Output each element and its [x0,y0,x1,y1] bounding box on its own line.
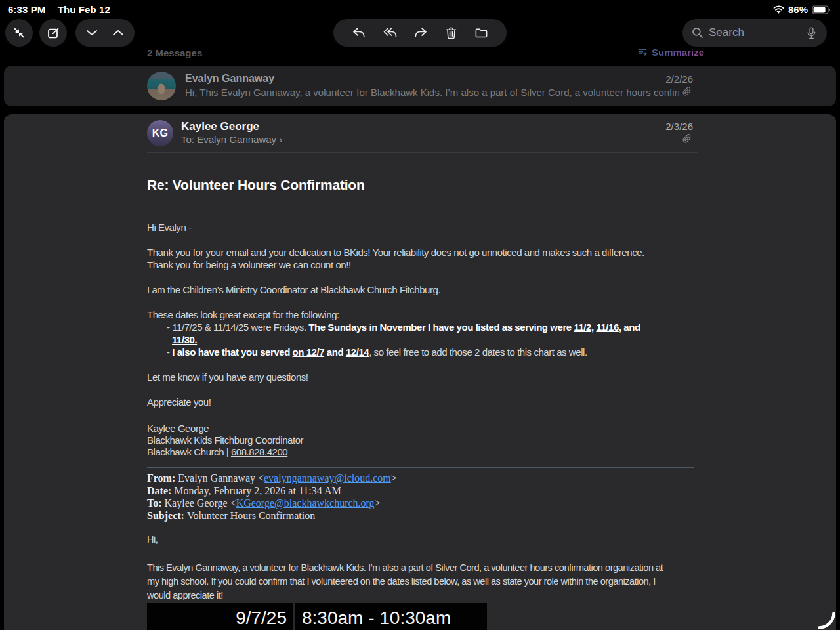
body-line: Thank you for your email and your dedica… [147,246,698,259]
quoted-subject-line: Subject: Volunteer Hours Confirmation [147,509,698,522]
quoted-body-line: would appreciate it! [147,589,698,602]
clock-date: Thu Feb 12 [58,4,110,15]
message-date: 2/3/26 [665,121,693,132]
body-line: Let me know if you have any questions! [147,371,698,383]
search-icon [692,27,704,39]
compose-icon [47,26,60,40]
clock-time: 6:33 PM [8,4,45,15]
message-preview: Hi, This Evalyn Gannaway, a volunteer fo… [185,87,679,98]
sender-name: Evalyn Gannaway [185,73,274,85]
dictation-mic-icon[interactable] [805,26,818,40]
subject-line: Re: Volunteer Hours Confirmation [147,177,698,193]
quoted-body-line: This Evalyn Gannaway, a volunteer for Bl… [147,561,698,575]
collapse-icon [12,26,26,39]
corner-arc-stroke [814,609,837,630]
signature-block: Kaylee George Blackhawk Kids Fitchburg C… [147,423,698,458]
forward-button[interactable] [413,25,429,41]
signature-name: Kaylee George [147,423,698,434]
collapsed-message-row[interactable]: Evalyn Gannaway 2/2/26 Hi, This Evalyn G… [4,66,836,106]
body-line: Hi Evalyn - [147,221,698,234]
wifi-icon [773,5,784,14]
summarize-label: Summarize [652,47,704,58]
body-line: 11/30. [147,333,698,346]
body-line: Thank you for being a volunteer we can c… [147,259,698,271]
chevron-right-icon: › [279,134,282,145]
table-cell-time: 8:30am - 10:30am [295,603,487,630]
status-bar: 6:33 PM Thu Feb 12 86% [0,0,840,18]
sender-name: Kaylee George [181,120,259,133]
quoted-body-line: Hi, [147,533,698,547]
recipient-link[interactable]: Evalyn Gannaway [197,134,276,145]
avatar-initials: KG [147,120,173,146]
avatar-photo [147,72,176,100]
quoted-body-line: my high school. If you could confirm tha… [147,575,698,589]
email-link[interactable]: KGeorge@blackhawkchurch.org [236,497,375,509]
mail-toolbar: Search [0,18,840,50]
messages-count: 2 Messages [147,47,202,58]
table-row: 9/7/25 8:30am - 10:30am [147,603,487,630]
paperclip-icon [682,87,692,96]
search-placeholder: Search [709,26,800,39]
recipient-line[interactable]: To: Evalyn Gannaway › [181,134,282,145]
quoted-from-line: From: Evalyn Gannaway <evalyngannaway@ic… [147,472,698,484]
quoted-to-line: To: Kaylee George <KGeorge@blackhawkchur… [147,497,698,509]
search-bar[interactable]: Search [682,19,827,47]
reply-button[interactable] [351,25,367,41]
body-line: I am the Children’s Ministry Coordinator… [147,284,698,296]
to-label: To: [181,134,194,145]
message-header: KG Kaylee George To: Evalyn Gannaway › 2… [4,114,836,153]
quoted-header: From: Evalyn Gannaway <evalyngannaway@ic… [147,472,698,522]
phone-link[interactable]: 608.828.4200 [231,446,287,457]
quoted-date-line: Date: Monday, February 2, 2026 at 11:34 … [147,484,698,497]
body-line: - 11/7/25 & 11/14/25 were Fridays. The S… [147,321,698,333]
summarize-icon [637,47,648,58]
email-link[interactable]: evalyngannaway@icloud.com [264,472,391,484]
body-line: Appreciate you! [147,396,698,408]
body-line: These dates look great except for the fo… [147,308,698,321]
header-divider [147,152,698,153]
message-actions-group [333,19,507,47]
next-message-button[interactable] [86,30,98,36]
compose-button[interactable] [39,19,67,47]
reply-all-button[interactable] [382,25,398,41]
table-cell-date: 9/7/25 [147,603,295,630]
message-nav-group [75,19,135,47]
battery-percent: 86% [788,4,808,15]
trash-button[interactable] [444,26,459,41]
signature-org-line: Blackhawk Church | 608.828.4200 [147,446,698,458]
previous-message-button[interactable] [112,30,124,36]
body-line: - I also have that you served on 12/7 an… [147,346,698,358]
battery-icon [812,5,831,14]
volunteer-hours-table: 9/7/25 8:30am - 10:30am [147,603,487,630]
folder-button[interactable] [474,26,489,41]
collapse-button[interactable] [5,19,33,47]
open-message-card: KG Kaylee George To: Evalyn Gannaway › 2… [4,114,836,630]
message-date: 2/2/26 [665,74,693,85]
quoted-divider [147,467,694,468]
signature-role: Blackhawk Kids Fitchburg Coordinator [147,434,698,446]
summarize-button[interactable]: Summarize [637,47,704,58]
paperclip-icon [682,134,692,143]
